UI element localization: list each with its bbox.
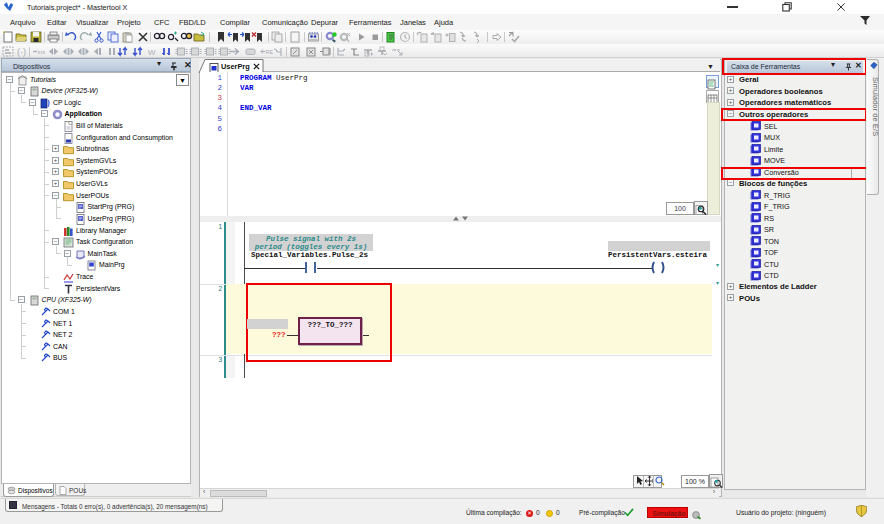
- svg-text:inst: inst: [38, 49, 46, 55]
- svg-text:(·): (·): [17, 47, 26, 57]
- svg-text:W: W: [148, 48, 156, 57]
